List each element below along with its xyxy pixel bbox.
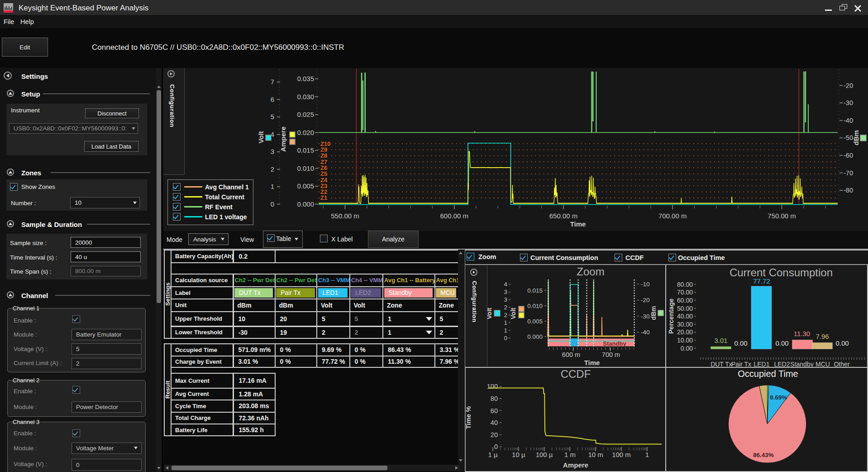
svg-text:1: 1 [271,183,274,190]
svg-text:80.00: 80.00 [677,281,693,288]
svg-text:-40: -40 [844,117,853,124]
svg-text:2: 2 [271,165,274,173]
svg-text:0.015: 0.015 [297,146,314,154]
svg-text:0.025: 0.025 [297,111,314,118]
svg-text:700 m: 700 m [602,351,620,358]
svg-text:0.035: 0.035 [297,75,314,82]
svg-text:Percentage: Percentage [668,299,675,334]
svg-text:1 m: 1 m [564,451,576,458]
svg-text:2: 2 [504,304,507,311]
svg-text:1 µ: 1 µ [488,451,498,458]
svg-text:LED1: LED1 [754,361,769,367]
svg-text:9.69%: 9.69% [770,394,787,401]
svg-text:Other: Other [834,361,849,367]
svg-text:100 m: 100 m [612,451,631,458]
svg-text:Occupied Time: Occupied Time [738,369,798,379]
svg-text:80: 80 [491,395,498,402]
svg-text:70.00: 70.00 [677,289,693,296]
svg-text:0: 0 [494,443,498,450]
svg-text:6: 6 [271,96,274,103]
svg-text:3: 3 [504,289,507,295]
svg-text:Z4: Z4 [320,177,328,183]
svg-text:0: 0 [504,335,507,342]
svg-text:1: 1 [504,327,507,334]
svg-text:-70: -70 [844,169,853,177]
svg-text:-80: -80 [844,187,853,194]
svg-text:86.43%: 86.43% [753,452,774,458]
svg-text:CCDF: CCDF [561,368,591,380]
svg-text:-20: -20 [844,82,853,89]
svg-text:3.01: 3.01 [714,337,727,344]
svg-text:Time %: Time % [465,406,472,429]
svg-text:-20: -20 [641,297,650,303]
svg-text:0.005: 0.005 [527,318,543,325]
svg-text:MCU: MCU [816,361,830,367]
svg-text:10 µ: 10 µ [512,451,525,458]
svg-text:0.010: 0.010 [527,303,543,309]
svg-text:Z3: Z3 [320,183,327,189]
svg-text:Volt: Volt [510,308,517,319]
svg-text:Time: Time [584,359,600,366]
svg-text:0.030: 0.030 [297,93,314,101]
svg-text:30.00: 30.00 [677,321,693,328]
svg-text:0: 0 [271,200,274,208]
svg-text:-40: -40 [641,329,650,336]
svg-text:700.00 m: 700.00 m [658,212,687,220]
svg-text:Volt: Volt [257,131,265,143]
svg-text:3: 3 [271,148,274,155]
svg-text:Time: Time [570,220,586,228]
svg-text:20.00: 20.00 [677,328,693,336]
svg-text:dBm: dBm [650,306,657,320]
svg-text:3: 3 [504,296,507,303]
svg-text:0.015: 0.015 [527,287,543,294]
svg-text:DUT Tx: DUT Tx [711,361,732,367]
svg-text:750.00 m: 750.00 m [768,212,796,220]
svg-text:5: 5 [271,113,274,120]
svg-text:600 m: 600 m [562,351,580,358]
svg-text:0.00: 0.00 [835,339,849,347]
svg-text:600.00 m: 600.00 m [440,212,469,220]
svg-text:Current Consumption: Current Consumption [730,266,833,279]
svg-text:50.00: 50.00 [677,305,693,312]
svg-text:Z7: Z7 [320,159,327,165]
svg-text:-60: -60 [844,152,853,159]
svg-text:Zoom: Zoom [577,265,604,278]
svg-text:0.00: 0.00 [681,345,693,352]
svg-text:Z10: Z10 [320,140,330,147]
svg-text:40: 40 [491,419,498,426]
svg-text:LED2: LED2 [774,361,790,367]
svg-text:0.000: 0.000 [527,333,543,340]
svg-text:-30: -30 [844,99,853,106]
svg-text:77.72: 77.72 [753,277,770,285]
svg-text:0.010: 0.010 [297,164,314,172]
svg-text:1: 1 [645,451,649,458]
svg-text:Z2: Z2 [320,188,327,195]
svg-text:Ampere: Ampere [563,461,588,469]
svg-text:20: 20 [491,431,498,438]
svg-text:Z5: Z5 [320,170,327,177]
svg-text:650.00 m: 650.00 m [549,212,578,220]
svg-text:0.020: 0.020 [297,129,314,136]
svg-text:-10: -10 [641,281,650,288]
svg-text:7: 7 [271,78,274,86]
svg-text:10 m: 10 m [588,451,603,458]
svg-text:40.00: 40.00 [677,313,693,320]
svg-text:-50: -50 [844,134,853,141]
svg-text:60.00: 60.00 [677,297,693,304]
svg-text:1: 1 [504,319,507,326]
svg-text:7.96: 7.96 [816,332,829,340]
svg-text:Z9: Z9 [320,146,327,153]
svg-text:2: 2 [504,312,507,318]
svg-text:0.005: 0.005 [297,182,314,190]
svg-text:10.00: 10.00 [677,337,693,344]
svg-text:550.00 m: 550.00 m [331,212,359,220]
svg-text:100 µ: 100 µ [536,451,553,458]
svg-text:0.000: 0.000 [297,200,314,208]
svg-text:60: 60 [491,407,498,414]
svg-text:-30: -30 [641,313,650,320]
svg-text:dBm: dBm [852,130,860,145]
svg-text:Z8: Z8 [320,152,327,159]
svg-text:11.30: 11.30 [794,330,810,337]
svg-text:Standby: Standby [790,361,813,367]
svg-text:Z1: Z1 [320,194,327,201]
